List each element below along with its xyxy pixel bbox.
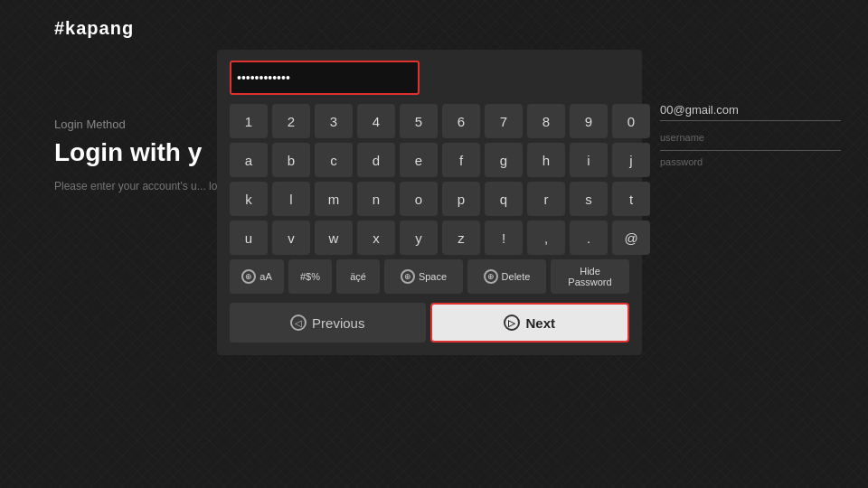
keyboard-rows: 1 2 3 4 5 6 7 8 9 0 a b c d e f g h i j … xyxy=(230,104,629,294)
key-q[interactable]: q xyxy=(485,182,523,216)
key-d[interactable]: d xyxy=(357,143,395,177)
key-x[interactable]: x xyxy=(357,221,395,255)
key-8[interactable]: 8 xyxy=(527,104,565,138)
key-c[interactable]: c xyxy=(315,143,353,177)
password-label: password xyxy=(660,156,841,167)
key-hide-password[interactable]: Hide Password xyxy=(551,259,629,294)
numbers-row: 1 2 3 4 5 6 7 8 9 0 xyxy=(230,104,629,138)
password-line xyxy=(660,146,841,151)
key-o[interactable]: o xyxy=(400,182,438,216)
key-i[interactable]: i xyxy=(570,143,608,177)
key-exclaim[interactable]: ! xyxy=(485,221,523,255)
key-u[interactable]: u xyxy=(230,221,268,255)
key-h[interactable]: h xyxy=(527,143,565,177)
row-a-j: a b c d e f g h i j xyxy=(230,143,629,177)
keyboard-modal: 1 2 3 4 5 6 7 8 9 0 a b c d e f g h i j … xyxy=(217,50,642,355)
key-l[interactable]: l xyxy=(272,182,310,216)
key-f[interactable]: f xyxy=(442,143,480,177)
next-icon: ▷ xyxy=(504,314,520,331)
key-7[interactable]: 7 xyxy=(485,104,523,138)
previous-icon: ◁ xyxy=(290,314,307,331)
key-5[interactable]: 5 xyxy=(400,104,438,138)
username-label: username xyxy=(660,132,841,143)
delete-icon: ⊕ xyxy=(484,269,498,284)
key-comma[interactable]: , xyxy=(527,221,565,255)
row-u-at: u v w x y z ! , . @ xyxy=(230,221,629,255)
key-g[interactable]: g xyxy=(485,143,523,177)
keyboard-input-field[interactable] xyxy=(237,70,412,85)
key-period[interactable]: . xyxy=(570,221,608,255)
key-v[interactable]: v xyxy=(272,221,310,255)
email-value: 00@gmail.com xyxy=(660,103,841,121)
key-6[interactable]: 6 xyxy=(442,104,480,138)
key-1[interactable]: 1 xyxy=(230,104,268,138)
right-panel: 00@gmail.com username password xyxy=(660,99,841,167)
key-k[interactable]: k xyxy=(230,182,268,216)
key-space[interactable]: ⊕ Space xyxy=(384,259,463,294)
key-0[interactable]: 0 xyxy=(612,104,650,138)
key-y[interactable]: y xyxy=(400,221,438,255)
row-k-t: k l m n o p q r s t xyxy=(230,182,629,216)
key-z[interactable]: z xyxy=(442,221,480,255)
key-3[interactable]: 3 xyxy=(315,104,353,138)
key-r[interactable]: r xyxy=(527,182,565,216)
keyboard-input-container[interactable] xyxy=(230,61,420,95)
key-case-toggle[interactable]: ⊕ aA xyxy=(230,259,284,294)
key-accents[interactable]: äçé xyxy=(336,259,380,294)
key-a[interactable]: a xyxy=(230,143,268,177)
app-logo: #kapang xyxy=(54,18,134,39)
key-s[interactable]: s xyxy=(570,182,608,216)
previous-button[interactable]: ◁ Previous xyxy=(230,303,426,343)
key-t[interactable]: t xyxy=(612,182,650,216)
special-row: ⊕ aA #$% äçé ⊕ Space ⊕ Delete Hide Passw… xyxy=(230,259,629,294)
circle-icon: ⊕ xyxy=(241,269,256,284)
next-button[interactable]: ▷ Next xyxy=(430,303,630,343)
key-4[interactable]: 4 xyxy=(357,104,395,138)
key-symbols[interactable]: #$% xyxy=(288,259,332,294)
key-n[interactable]: n xyxy=(357,182,395,216)
keyboard-nav: ◁ Previous ▷ Next xyxy=(230,303,629,343)
key-delete[interactable]: ⊕ Delete xyxy=(467,259,546,294)
key-9[interactable]: 9 xyxy=(570,104,608,138)
key-p[interactable]: p xyxy=(442,182,480,216)
key-j[interactable]: j xyxy=(612,143,650,177)
key-m[interactable]: m xyxy=(315,182,353,216)
space-icon: ⊕ xyxy=(401,269,415,284)
key-w[interactable]: w xyxy=(315,221,353,255)
key-e[interactable]: e xyxy=(400,143,438,177)
key-at[interactable]: @ xyxy=(612,221,650,255)
key-b[interactable]: b xyxy=(272,143,310,177)
key-2[interactable]: 2 xyxy=(272,104,310,138)
